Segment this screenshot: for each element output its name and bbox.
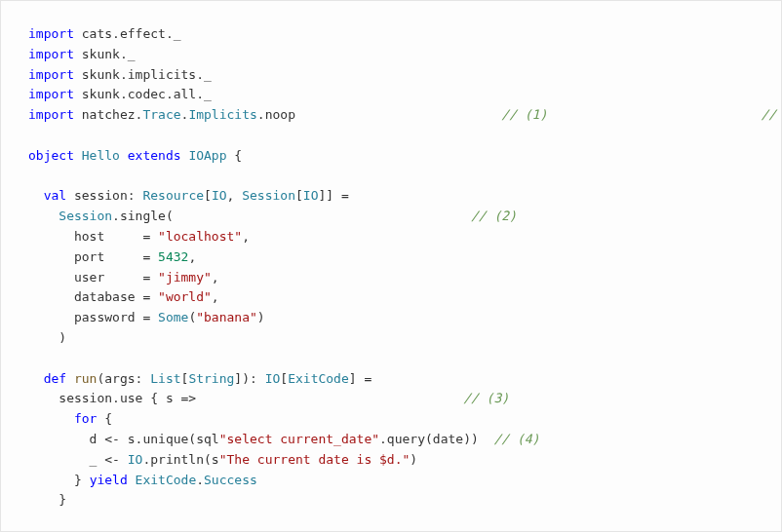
type-io: IO (212, 188, 227, 203)
brace-open: { (227, 148, 243, 163)
brace-close: } (28, 492, 66, 507)
type-io: IO (265, 371, 281, 386)
args: (args: (97, 371, 150, 386)
success: Success (204, 473, 257, 487)
println-call: .println(s (142, 452, 218, 467)
param-database: database = (28, 289, 158, 304)
pkg-path: cats.effect._ (74, 26, 181, 41)
type-list: List (150, 371, 180, 386)
keyword-import: import (28, 87, 74, 101)
brace-open: { (97, 411, 112, 426)
pad (547, 107, 761, 122)
blank-line (28, 167, 754, 187)
comma: , (212, 289, 219, 304)
param-host: host = (28, 229, 158, 244)
string-jimmy: "jimmy" (158, 270, 212, 285)
type-resource: Resource (142, 188, 204, 203)
pad (196, 391, 463, 405)
object-name: Hello (82, 148, 120, 163)
param-password: password = (28, 310, 158, 324)
type-trace: Trace (142, 107, 180, 122)
keyword-object: object (28, 148, 74, 163)
type-exitcode: ExitCode (136, 473, 197, 487)
dot: . (196, 473, 204, 487)
keyword-import: import (28, 67, 74, 82)
type-io: IO (128, 452, 143, 467)
val-name: session: (66, 188, 142, 203)
comma: , (227, 188, 243, 203)
pkg-path: natchez. (74, 107, 142, 122)
space (66, 371, 74, 386)
pkg-path: skunk.codec.all._ (74, 87, 212, 101)
comma: , (188, 249, 196, 264)
type-exitcode: ExitCode (288, 371, 349, 386)
indent (28, 371, 44, 386)
comment-4: // (4) (493, 432, 539, 446)
type-io: IO (303, 188, 319, 203)
code-block: import cats.effect._import skunk._import… (28, 24, 754, 532)
pad (174, 209, 471, 223)
pad (295, 107, 501, 122)
paren-close: ) (28, 330, 66, 345)
bracket-close: ] = (349, 371, 371, 386)
noop: .noop (257, 107, 295, 122)
type-implicits: Implicits (188, 107, 256, 122)
query-call: .query(date)) (379, 432, 493, 446)
pkg-path: skunk.implicits._ (74, 67, 212, 82)
type-ioapp: IOApp (188, 148, 226, 163)
keyword-def: def (44, 371, 66, 386)
number-port: 5432 (158, 249, 188, 264)
paren-close: ) (257, 310, 265, 324)
session-use: session.use { s => (28, 391, 196, 405)
paren-close: ) (410, 452, 417, 467)
string-localhost: "localhost" (158, 229, 242, 244)
sql-string: "select current_date" (219, 432, 379, 446)
comment-1b: // (1) (761, 107, 782, 122)
for-binding-d: d <- s.unique(sql (28, 432, 219, 446)
interp-string: "The current date is $d." (219, 452, 411, 467)
bracket-close: ]): (234, 371, 264, 386)
keyword-import: import (28, 47, 74, 61)
blank-line (28, 349, 754, 369)
param-user: user = (28, 270, 158, 285)
space (74, 148, 82, 163)
type-string: String (188, 371, 234, 386)
bracket-close: ]] = (318, 188, 348, 203)
keyword-import: import (28, 26, 74, 41)
keyword-yield: yield (90, 473, 128, 487)
method-run: run (74, 371, 97, 386)
method-single: .single( (112, 209, 174, 223)
keyword-for: for (74, 411, 97, 426)
comma: , (242, 229, 250, 244)
bracket: [ (204, 188, 212, 203)
pkg-path: skunk._ (74, 47, 136, 61)
indent (28, 188, 44, 203)
comma: , (212, 270, 219, 285)
brace-close: } (28, 473, 90, 487)
keyword-extends: extends (120, 148, 188, 163)
bracket: [ (280, 371, 288, 386)
comment-2: // (2) (471, 209, 517, 223)
type-session: Session (242, 188, 295, 203)
param-port: port = (28, 249, 158, 264)
indent (28, 411, 74, 426)
bracket: [ (295, 188, 303, 203)
string-world: "world" (158, 289, 212, 304)
blank-line (28, 126, 754, 146)
space (128, 473, 136, 487)
type-session: Session (59, 209, 112, 223)
keyword-val: val (44, 188, 66, 203)
type-some: Some (158, 310, 188, 324)
for-binding-underscore: _ <- (28, 452, 128, 467)
keyword-import: import (28, 107, 74, 122)
blank-line (28, 511, 754, 531)
comment-3: // (3) (463, 391, 509, 405)
indent (28, 209, 59, 223)
string-banana: "banana" (196, 310, 257, 324)
comment-1a: // (1) (501, 107, 547, 122)
